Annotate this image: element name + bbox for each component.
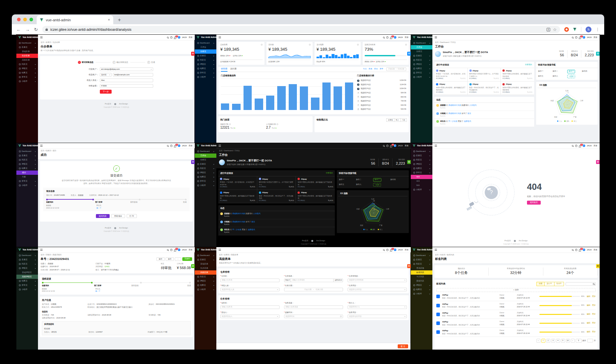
- receiver-name-input[interactable]: Alex: [100, 79, 153, 82]
- all-projects-link[interactable]: 全部项目: [525, 64, 532, 66]
- lang-switch[interactable]: 简体: [189, 248, 192, 251]
- sidebar-item[interactable]: Dashboard: [411, 253, 432, 258]
- search-icon[interactable]: [383, 249, 385, 251]
- username[interactable]: JACK: [182, 248, 187, 251]
- sidebar-item[interactable]: 搜索列表: [411, 279, 432, 283]
- back-home-button[interactable]: 返回首页: [527, 201, 541, 205]
- project-card[interactable]: Alipay那是一种内在的东西，他们到达不了，也无法触及的科学搬砖组9小时前: [257, 190, 296, 203]
- help-icon[interactable]: ?: [575, 249, 577, 251]
- lang-switch[interactable]: 简体: [593, 36, 597, 39]
- sidebar-item[interactable]: 小组件: [411, 75, 432, 79]
- username[interactable]: JACK: [587, 248, 592, 251]
- sidebar-item[interactable]: 结果页: [16, 279, 38, 283]
- bar[interactable]: [255, 99, 263, 110]
- sidebar-item[interactable]: 表单页: [16, 45, 38, 49]
- submit-button[interactable]: 提 交: [398, 344, 408, 348]
- app-logo[interactable]: Vue Antd Admin: [16, 143, 38, 148]
- quick-op-link[interactable]: 操作三: [567, 70, 581, 73]
- project-card[interactable]: Alipay城镇中有那么多的酒馆，她却偏偏走进了我的酒馆科学搬砖组9小时前: [501, 82, 534, 95]
- browser-menu-icon[interactable]: ⋮: [596, 27, 600, 32]
- back-icon[interactable]: ←: [16, 27, 21, 32]
- project-card[interactable]: Alipay城镇中有那么多的酒馆，她却偏偏走进了我的酒馆科学搬砖组9小时前: [218, 190, 257, 203]
- project-card[interactable]: Alipay城镇中有那么多的酒馆，她却偏偏走进了我的酒馆科学搬砖组9小时前: [501, 68, 534, 82]
- sidebar-item[interactable]: 列表页: [16, 262, 38, 266]
- feed-target-link[interactable]: 品牌迭代: [248, 228, 255, 230]
- sidebar-item[interactable]: Dashboard: [411, 149, 432, 154]
- range-link[interactable]: 今日: [363, 68, 367, 70]
- print-button[interactable]: 打 印: [127, 214, 137, 218]
- settings-gear-button[interactable]: ⚙: [407, 52, 411, 56]
- bar[interactable]: [345, 82, 353, 110]
- field-control[interactable]: 开始日期~结束日期: [284, 288, 343, 291]
- lang-switch[interactable]: 简体: [405, 36, 408, 39]
- hamburger-icon[interactable]: [435, 36, 437, 38]
- settings-gear-button[interactable]: ⚙: [191, 264, 195, 268]
- feed-target-link[interactable]: 留言: [467, 112, 471, 114]
- sidebar-item[interactable]: 列表页: [195, 58, 216, 62]
- sidebar-item[interactable]: 表单页: [411, 154, 432, 158]
- footer-link[interactable]: Ant Design: [119, 103, 128, 105]
- footer-link[interactable]: Pro首页: [105, 103, 111, 105]
- info-icon[interactable]: [229, 123, 231, 125]
- bell-icon[interactable]: 12: [579, 249, 581, 251]
- remind-link[interactable]: 催一下: [81, 207, 116, 209]
- hamburger-icon[interactable]: [40, 249, 43, 251]
- username[interactable]: JACK: [398, 144, 403, 147]
- sidebar-item[interactable]: Dashboard: [16, 253, 38, 258]
- page-button[interactable]: 5: [561, 339, 565, 343]
- settings-gear-button[interactable]: ⚙: [596, 160, 600, 164]
- field-control[interactable]: 请选择执行人: [348, 305, 407, 309]
- sidebar-item[interactable]: 404: [411, 175, 432, 179]
- project-card[interactable]: Alipay那是一种内在的东西，他们到达不了，也无法触及的科学搬砖组9小时前: [468, 82, 501, 95]
- payment-account-select[interactable]: ant-design@alipay.com: [100, 67, 153, 71]
- filter-button[interactable]: 等待中: [554, 282, 564, 286]
- view-project-button[interactable]: 查看项目: [111, 214, 125, 218]
- quick-op-link[interactable]: 操作五: [538, 75, 552, 78]
- hamburger-icon[interactable]: [435, 249, 437, 251]
- breadcrumb[interactable]: 首页 / 表单页 / 分步表单: [41, 41, 192, 44]
- project-group-link[interactable]: 科学搬砖组: [436, 78, 444, 80]
- project-group-link[interactable]: 科学搬砖组: [220, 186, 227, 188]
- sidebar-item[interactable]: Dashboard: [411, 41, 432, 45]
- sidebar-item[interactable]: 小组件: [16, 183, 38, 188]
- project-group-link[interactable]: 科学搬砖组: [502, 78, 510, 80]
- username[interactable]: JACK: [398, 36, 403, 39]
- breadcrumb[interactable]: 首页 / Dashboard / 工作台: [435, 41, 597, 44]
- range-link[interactable]: 本年: [380, 68, 383, 70]
- edit-link[interactable]: 编辑: [587, 322, 590, 324]
- translate-icon[interactable]: 文: [547, 28, 550, 31]
- sidebar-item[interactable]: Dashboard: [195, 253, 216, 258]
- sidebar-item[interactable]: 结果页: [16, 71, 38, 75]
- sidebar-item[interactable]: 列表页: [16, 158, 38, 162]
- search-icon[interactable]: [383, 145, 385, 147]
- project-group-link[interactable]: 科学搬砖组: [259, 186, 266, 188]
- bar[interactable]: [266, 96, 274, 110]
- app-logo[interactable]: Vue Antd Admin: [16, 247, 38, 252]
- page-button[interactable]: 3: [551, 339, 555, 343]
- sidebar-item[interactable]: Dashboard: [16, 149, 38, 154]
- sidebar-item[interactable]: 列表页: [195, 275, 216, 279]
- bell-icon[interactable]: 12: [390, 145, 392, 147]
- username[interactable]: JACK: [398, 248, 403, 251]
- quick-op-link[interactable]: 操作一: [339, 178, 355, 182]
- footer-link[interactable]: Pro首页: [105, 227, 111, 229]
- settings-gear-button[interactable]: ⚙: [407, 264, 411, 268]
- bell-icon[interactable]: 12: [390, 249, 392, 251]
- action-button[interactable]: 操作: [166, 257, 174, 261]
- list-row[interactable]: AliPay那是一种内在的东西，他们到达不了，也无法触及的 Owner付晓晓 开…: [436, 301, 596, 310]
- sidebar-item[interactable]: 基础表单: [16, 49, 38, 54]
- sidebar-item[interactable]: 结果页: [411, 166, 432, 171]
- edit-link[interactable]: 编辑: [587, 295, 590, 297]
- feed-group-link[interactable]: 高逼格设计天团: [448, 104, 461, 106]
- segment-button[interactable]: 线上: [394, 118, 401, 122]
- sidebar-item[interactable]: 详情页: [411, 283, 432, 287]
- sidebar-item[interactable]: 异常页: [16, 75, 38, 79]
- info-icon[interactable]: [309, 44, 311, 46]
- sidebar-item[interactable]: 表单页: [195, 258, 216, 262]
- field-control[interactable]: 请选择责任人: [220, 315, 280, 318]
- all-projects-link[interactable]: 全部项目: [326, 172, 333, 174]
- sidebar-item[interactable]: 异常页: [16, 283, 38, 287]
- sidebar-item[interactable]: 详情页: [195, 279, 216, 283]
- sidebar-item[interactable]: 标准列表: [411, 270, 432, 275]
- sidebar-item[interactable]: 分析页: [195, 158, 216, 162]
